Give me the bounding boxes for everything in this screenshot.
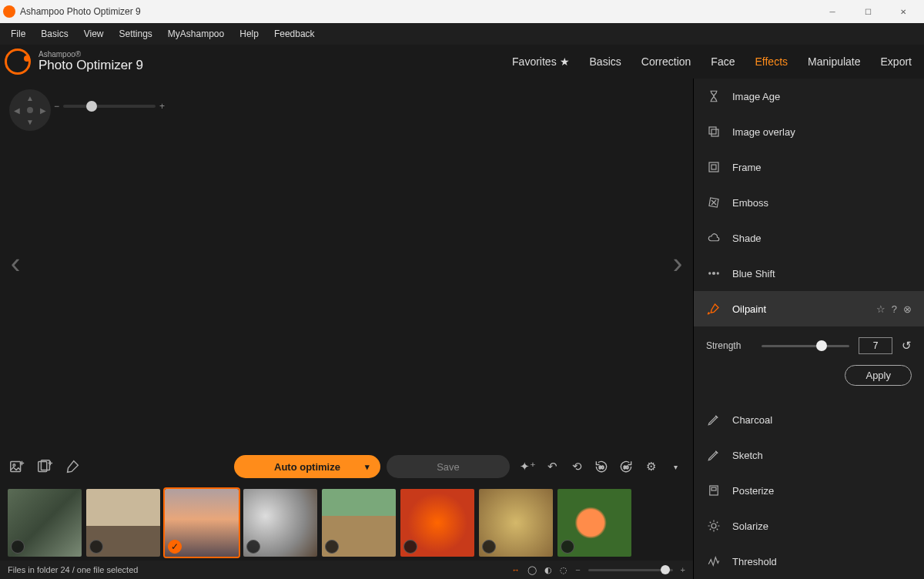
effect-emboss[interactable]: Emboss xyxy=(694,185,924,220)
tab-favorites[interactable]: Favorites ★ xyxy=(512,55,569,68)
thumbnail-2[interactable] xyxy=(86,489,160,557)
effect-sketch[interactable]: Sketch xyxy=(694,437,924,473)
menu-feedback[interactable]: Feedback xyxy=(268,25,321,42)
window-title: Ashampoo Photo Optimizer 9 xyxy=(20,6,141,17)
minimize-button[interactable]: ─ xyxy=(815,0,850,23)
effect-label: Frame xyxy=(732,162,762,173)
undo-icon[interactable]: ↶ xyxy=(541,456,564,477)
add-image-icon[interactable] xyxy=(6,456,28,477)
frame-icon xyxy=(706,159,721,175)
app-logo: Ashampoo® Photo Optimizer 9 xyxy=(5,49,143,75)
svg-point-11 xyxy=(708,272,711,274)
thumb-size-slider[interactable] xyxy=(588,569,673,571)
strength-reset-icon[interactable]: ↺ xyxy=(902,339,912,353)
sun-icon xyxy=(706,518,721,534)
svg-text:90: 90 xyxy=(599,465,604,470)
close-button[interactable]: ✕ xyxy=(886,0,921,23)
zoom-slider[interactable]: −+ xyxy=(63,105,156,108)
effect-oilpaint[interactable]: Oilpaint☆?⊗ xyxy=(694,291,924,326)
tab-export[interactable]: Export xyxy=(881,55,912,68)
effect-label: Sketch xyxy=(732,450,763,461)
effect-threshold[interactable]: Threshold xyxy=(694,544,924,579)
auto-optimize-button[interactable]: Auto optimize xyxy=(234,455,380,478)
poster-icon xyxy=(706,483,721,498)
thumbnail-5[interactable] xyxy=(322,489,396,557)
strength-slider[interactable] xyxy=(762,345,849,347)
next-image-button[interactable]: › xyxy=(662,240,693,286)
menu-file[interactable]: File xyxy=(5,25,32,42)
tab-correction[interactable]: Correction xyxy=(641,55,691,68)
thumbnail-4[interactable] xyxy=(243,489,317,557)
effect-label: Solarize xyxy=(732,520,768,532)
hourglass-icon xyxy=(706,89,721,104)
select-toggle-icon[interactable]: ◐ xyxy=(544,565,552,575)
svg-rect-7 xyxy=(711,129,718,136)
brand-large: Photo Optimizer 9 xyxy=(38,59,143,73)
pan-control[interactable]: ▲▼◀▶ xyxy=(9,89,51,131)
tab-basics[interactable]: Basics xyxy=(590,55,621,68)
menu-myashampoo[interactable]: MyAshampoo xyxy=(162,25,230,42)
more-caret-icon[interactable]: ▾ xyxy=(664,456,687,477)
select-all-icon[interactable]: ◯ xyxy=(527,565,537,575)
undo-all-icon[interactable]: ⟲ xyxy=(565,456,588,477)
rotate-left-icon[interactable]: 90 xyxy=(590,456,613,477)
effect-solarize[interactable]: Solarize xyxy=(694,508,924,544)
effect-label: Oilpaint xyxy=(732,303,766,315)
effect-charcoal[interactable]: Charcoal xyxy=(694,402,924,437)
help-icon[interactable]: ? xyxy=(892,303,897,315)
effect-label: Blue Shift xyxy=(732,268,775,279)
effect-label: Threshold xyxy=(732,556,777,567)
menu-view[interactable]: View xyxy=(78,25,110,42)
thumbnail-7[interactable] xyxy=(479,489,553,557)
save-button[interactable]: Save xyxy=(387,455,510,478)
layers-icon xyxy=(706,124,721,139)
svg-rect-15 xyxy=(711,487,716,490)
effect-blueshift[interactable]: Blue Shift xyxy=(694,256,924,291)
apply-button[interactable]: Apply xyxy=(845,365,912,386)
menu-basics[interactable]: Basics xyxy=(35,25,74,42)
svg-point-1 xyxy=(13,464,15,467)
svg-point-16 xyxy=(711,524,716,528)
action-toolbar: Auto optimize Save ✦⁺ ↶ ⟲ 90 90 ⚙ ▾ xyxy=(0,448,693,485)
strength-input[interactable] xyxy=(859,337,892,354)
status-bar: Files in folder 24 / one file selected ↔… xyxy=(0,561,693,579)
flip-h-icon[interactable]: ↔ xyxy=(511,565,520,574)
thumbnail-1[interactable] xyxy=(8,489,82,557)
effect-shade[interactable]: Shade xyxy=(694,220,924,256)
effect-age[interactable]: Image Age xyxy=(694,79,924,114)
maximize-button[interactable]: ☐ xyxy=(850,0,886,23)
menu-bar: File Basics View Settings MyAshampoo Hel… xyxy=(0,23,924,45)
magic-tool-icon[interactable]: ✦⁺ xyxy=(516,456,539,477)
tab-face[interactable]: Face xyxy=(711,55,735,68)
rotate-right-icon[interactable]: 90 xyxy=(614,456,638,477)
tab-manipulate[interactable]: Manipulate xyxy=(808,55,861,68)
effect-label: Charcoal xyxy=(732,414,772,426)
effects-panel: Image AgeImage overlayFrameEmbossShadeBl… xyxy=(693,79,924,579)
dots-icon xyxy=(706,266,721,281)
remove-icon[interactable]: ⊗ xyxy=(903,303,912,315)
thumbnail-8[interactable] xyxy=(557,489,631,557)
effect-frame[interactable]: Frame xyxy=(694,149,924,185)
app-header: Ashampoo® Photo Optimizer 9 Favorites ★ … xyxy=(0,45,924,79)
svg-text:90: 90 xyxy=(624,465,629,470)
brush-tool-icon[interactable] xyxy=(62,456,83,477)
app-icon xyxy=(3,5,15,18)
favorite-icon[interactable]: ☆ xyxy=(876,303,886,315)
menu-settings[interactable]: Settings xyxy=(112,25,158,42)
effect-label: Posterize xyxy=(732,485,774,497)
svg-rect-9 xyxy=(711,165,716,169)
effect-posterize[interactable]: Posterize xyxy=(694,473,924,508)
thumbnail-strip: ✓ xyxy=(0,485,693,561)
effect-label: Emboss xyxy=(732,197,768,209)
wave-icon xyxy=(706,554,721,569)
add-folder-icon[interactable] xyxy=(34,456,55,477)
prev-image-button[interactable]: ‹ xyxy=(0,240,31,286)
window-titlebar: Ashampoo Photo Optimizer 9 ─ ☐ ✕ xyxy=(0,0,924,23)
menu-help[interactable]: Help xyxy=(233,25,265,42)
deselect-icon[interactable]: ◌ xyxy=(560,565,567,575)
settings-gear-icon[interactable]: ⚙ xyxy=(639,456,662,477)
tab-effects[interactable]: Effects xyxy=(755,55,788,68)
thumbnail-6[interactable] xyxy=(400,489,474,557)
thumbnail-3[interactable]: ✓ xyxy=(165,489,239,557)
effect-overlay[interactable]: Image overlay xyxy=(694,114,924,149)
